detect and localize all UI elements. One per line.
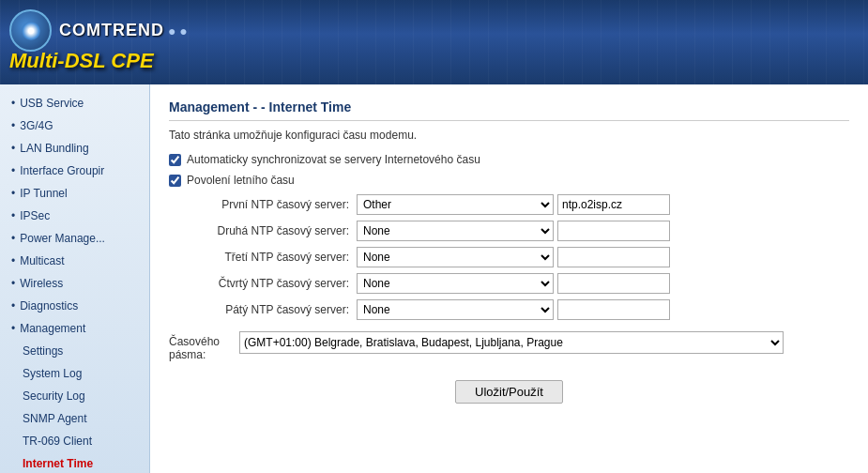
ntp-label-5: Pátý NTP časový server: [169,303,357,316]
ntp-select-4[interactable]: None Other pool.ntp.org [357,273,554,294]
sidebar-item-snmp-agent[interactable]: SNMP Agent [0,407,149,430]
header: COMTREND ● ● Multi-DSL CPE [0,0,868,84]
main-content: Management - - Internet Time Tato stránk… [150,84,868,473]
logo-inner [22,22,40,40]
sidebar-item-interface-grouping[interactable]: Interface Groupir [0,160,149,182]
auto-sync-row: Automaticky synchronizovat se servery In… [169,153,849,166]
ntp-row-2: Druhá NTP časový server: None Other pool… [169,221,849,241]
sidebar-item-3g4g[interactable]: 3G/4G [0,114,149,137]
brand-name: COMTREND [59,21,164,40]
sidebar-item-security-log[interactable]: Security Log [0,385,149,407]
sidebar-item-ip-tunnel[interactable]: IP Tunnel [0,182,149,205]
sidebar-item-internet-time[interactable]: Internet Time [0,452,149,473]
sidebar-item-settings[interactable]: Settings [0,340,149,362]
main-layout: USB Service 3G/4G LAN Bundling Interface… [0,84,868,473]
ntp-label-2: Druhá NTP časový server: [169,224,357,237]
logo-circle [9,9,52,52]
timezone-row: Časového pásma: (GMT+01:00) Belgrade, Br… [169,331,849,361]
ntp-label-4: Čtvrtý NTP časový server: [169,277,357,290]
ntp-input-1[interactable] [557,194,670,215]
ntp-input-3[interactable] [557,247,670,267]
sidebar-item-ipsec[interactable]: IPSec [0,205,149,227]
dst-checkbox[interactable] [169,175,181,187]
timezone-label: Časového pásma: [169,331,239,361]
button-row: Uložit/Použít [169,380,849,404]
ntp-row-3: Třetí NTP časový server: None Other pool… [169,247,849,267]
auto-sync-label: Automaticky synchronizovat se servery In… [187,153,480,166]
sidebar: USB Service 3G/4G LAN Bundling Interface… [0,84,150,473]
sidebar-item-power-management[interactable]: Power Manage... [0,227,149,250]
ntp-row-1: První NTP časový server: Other None pool… [169,194,849,215]
logo-area: COMTREND ● ● [9,9,188,52]
save-button[interactable]: Uložit/Použít [455,380,563,404]
dst-row: Povolení letního času [169,174,849,187]
ntp-label-1: První NTP časový server: [169,198,357,211]
ntp-label-3: Třetí NTP časový server: [169,251,357,264]
ntp-select-3[interactable]: None Other pool.ntp.org [357,247,554,267]
page-description: Tato stránka umožňuje konfiguraci času m… [169,129,849,142]
sidebar-item-tr069-client[interactable]: TR-069 Client [0,430,149,452]
ntp-row-4: Čtvrtý NTP časový server: None Other poo… [169,273,849,294]
ntp-select-2[interactable]: None Other pool.ntp.org time.windows.com [357,221,554,241]
brand-dots: ● ● [168,23,188,38]
ntp-input-5[interactable] [557,299,670,320]
sidebar-item-diagnostics[interactable]: Diagnostics [0,295,149,317]
page-title: Management - - Internet Time [169,99,849,121]
sidebar-item-management[interactable]: Management [0,317,149,340]
ntp-select-1[interactable]: Other None pool.ntp.org time.windows.com… [357,194,554,215]
sidebar-item-usb-service[interactable]: USB Service [0,92,149,114]
sidebar-item-wireless[interactable]: Wireless [0,272,149,295]
sidebar-item-system-log[interactable]: System Log [0,362,149,385]
dst-label: Povolení letního času [187,174,295,187]
sidebar-item-multicast[interactable]: Multicast [0,250,149,272]
sidebar-item-lan-bundling[interactable]: LAN Bundling [0,137,149,160]
auto-sync-checkbox[interactable] [169,154,181,166]
ntp-row-5: Pátý NTP časový server: None Other pool.… [169,299,849,320]
ntp-select-5[interactable]: None Other pool.ntp.org [357,299,554,320]
timezone-select[interactable]: (GMT+01:00) Belgrade, Bratislava, Budape… [239,331,784,354]
ntp-input-2[interactable] [557,221,670,241]
ntp-input-4[interactable] [557,273,670,294]
product-name: Multi-DSL CPE [9,49,154,73]
